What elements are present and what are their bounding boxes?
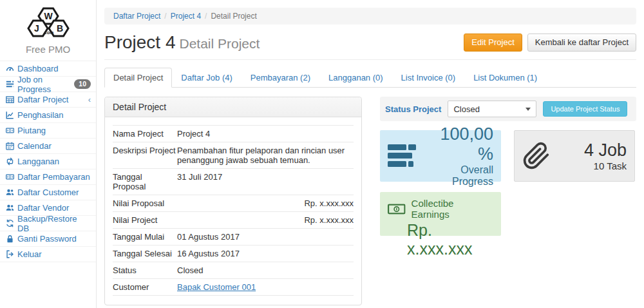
sidebar-item-ganti-password[interactable]: Ganti Password bbox=[0, 231, 96, 247]
status-project-label: Status Project bbox=[385, 104, 441, 114]
sidebar-item-label: Piutang bbox=[17, 126, 46, 135]
job-count-badge: 10 bbox=[74, 79, 91, 89]
table-row: Nilai Project Rp. x.xxx.xxx bbox=[113, 212, 354, 229]
sidebar-item-label: Dashboard bbox=[17, 64, 59, 73]
row-label: Nilai Proposal bbox=[113, 195, 177, 212]
table-icon bbox=[5, 95, 14, 104]
users-icon bbox=[5, 188, 14, 197]
row-label: Tanggal Proposal bbox=[113, 169, 177, 195]
sidebar-item-piutang[interactable]: Piutang bbox=[0, 123, 96, 139]
panel-title: Detail Project bbox=[105, 97, 361, 117]
table-row: Tanggal Proposal 31 Juli 2017 bbox=[113, 169, 354, 195]
sidebar-item-label: Backup/Restore DB bbox=[17, 214, 91, 233]
logo-letter-b: B bbox=[56, 23, 62, 34]
earnings-label: Collectibe Earnings bbox=[412, 198, 493, 220]
sidebar-item-daftar-pembayaran[interactable]: Daftar Pembayaran bbox=[0, 169, 96, 185]
sidebar-item-keluar[interactable]: Keluar bbox=[0, 247, 96, 262]
job-count: 4 Job bbox=[557, 140, 627, 160]
row-value: Penambahan fitur pelaporan dan rincian u… bbox=[177, 142, 354, 169]
line-chart-icon bbox=[5, 111, 14, 120]
sidebar-item-penghasilan[interactable]: Penghasilan bbox=[0, 108, 96, 123]
table-row: Nilai Proposal Rp. x.xxx.xxx bbox=[113, 195, 354, 212]
back-to-project-list-button[interactable]: Kembali ke daftar Project bbox=[527, 34, 636, 52]
header-actions: Edit Project Kembali ke daftar Project bbox=[464, 34, 636, 52]
sidebar-item-label: Daftar Vendor bbox=[17, 203, 69, 213]
overall-progress-card: 100,00 % Overall Progress bbox=[380, 130, 501, 182]
row-value: Rp. x.xxx.xxx bbox=[177, 195, 354, 212]
paperclip-icon bbox=[522, 142, 551, 170]
edit-project-button[interactable]: Edit Project bbox=[464, 34, 522, 52]
row-label: Status bbox=[113, 262, 177, 279]
right-column: Status Project Closed Update Project Sta… bbox=[380, 97, 636, 305]
lock-icon bbox=[5, 235, 14, 244]
breadcrumb-separator: / bbox=[201, 12, 211, 21]
row-label: Tanggal Mulai bbox=[113, 229, 177, 245]
tab-list-dokumen[interactable]: List Dokumen (1) bbox=[464, 68, 546, 88]
earnings-value: Rp. x.xxx.xxx bbox=[388, 221, 493, 258]
breadcrumb-link-daftar-project[interactable]: Daftar Project bbox=[113, 12, 160, 21]
row-value: Closed bbox=[177, 262, 354, 279]
tasks-stack-icon bbox=[388, 144, 416, 168]
sign-out-icon bbox=[5, 250, 14, 259]
table-row: Tanggal Selesai 16 Agustus 2017 bbox=[113, 245, 354, 262]
chevron-left-icon: ‹ bbox=[88, 96, 91, 104]
breadcrumb-link-project-4[interactable]: Project 4 bbox=[171, 12, 201, 21]
header-divider bbox=[104, 59, 636, 60]
update-project-status-button[interactable]: Update Project Status bbox=[543, 101, 627, 117]
sidebar-item-langganan[interactable]: Langganan bbox=[0, 154, 96, 169]
page-header: Project 4Detail Project Edit Project Kem… bbox=[104, 32, 636, 53]
status-select-value: Closed bbox=[453, 104, 479, 114]
jwb-hexagon-logo: W J B .com bbox=[18, 5, 79, 40]
brand-name: Free PMO bbox=[0, 44, 96, 55]
money-icon bbox=[5, 173, 14, 182]
dashboard-icon bbox=[5, 64, 14, 73]
row-label: Tanggal Selesai bbox=[113, 245, 177, 262]
sidebar-item-backup-restore-db[interactable]: Backup/Restore DB bbox=[0, 216, 96, 231]
sidebar-item-label: Langganan bbox=[17, 157, 59, 166]
tab-detail-project[interactable]: Detail Project bbox=[104, 68, 172, 88]
sidebar-item-label: Job on Progress bbox=[17, 75, 71, 94]
tab-langganan[interactable]: Langganan (0) bbox=[319, 68, 392, 88]
sidebar-item-label: Ganti Password bbox=[17, 234, 77, 244]
stats-row: 100,00 % Overall Progress 4 Job 10 Task bbox=[380, 130, 636, 182]
detail-project-panel: Detail Project Nama Project Project 4 De… bbox=[104, 97, 362, 305]
table-row: Deskripsi Project Penambahan fitur pelap… bbox=[113, 142, 354, 169]
panel-body: Nama Project Project 4 Deskripsi Project… bbox=[105, 117, 361, 305]
breadcrumb: Daftar Project/Project 4/Detail Project bbox=[104, 8, 636, 24]
row-value: Rp. x.xxx.xxx bbox=[177, 212, 354, 229]
sidebar-item-calendar[interactable]: Calendar bbox=[0, 139, 96, 154]
tab-list-invoice[interactable]: List Invoice (0) bbox=[392, 68, 465, 88]
main-content: Daftar Project/Project 4/Detail Project … bbox=[97, 0, 644, 308]
sidebar-item-daftar-project[interactable]: Daftar Project ‹ bbox=[0, 92, 96, 108]
sidebar-item-label: Penghasilan bbox=[17, 110, 64, 120]
table-row: Tanggal Mulai 01 Agustus 2017 bbox=[113, 229, 354, 245]
row-label: Customer bbox=[113, 279, 177, 296]
tab-pembayaran[interactable]: Pembayaran (2) bbox=[242, 68, 319, 88]
sidebar-item-label: Daftar Customer bbox=[17, 188, 79, 197]
money-icon bbox=[5, 126, 14, 135]
status-select[interactable]: Closed bbox=[448, 101, 536, 117]
logo-letter-j: J bbox=[34, 23, 39, 34]
sidebar-menu: Dashboard Job on Progress 10 Daftar Proj… bbox=[0, 61, 96, 262]
row-label: Deskripsi Project bbox=[113, 142, 177, 169]
project-name: Project 4 bbox=[104, 32, 176, 52]
tab-daftar-job[interactable]: Daftar Job (4) bbox=[172, 68, 241, 88]
collectible-earnings-card: Collectibe Earnings Rp. x.xxx.xxx bbox=[380, 192, 501, 236]
tab-bar: Detail Project Daftar Job (4) Pembayaran… bbox=[104, 68, 636, 88]
row-value: 31 Juli 2017 bbox=[177, 169, 354, 195]
refresh-icon bbox=[5, 219, 14, 228]
calendar-icon bbox=[5, 142, 14, 151]
table-row: Status Closed bbox=[113, 262, 354, 279]
caret-down-icon bbox=[526, 108, 531, 111]
retweet-icon bbox=[5, 157, 14, 166]
table-row: Nama Project Project 4 bbox=[113, 126, 354, 142]
progress-value: 100,00 % bbox=[422, 124, 493, 164]
table-row: Customer Bapak Customer 001 bbox=[113, 279, 354, 296]
tasks-icon bbox=[5, 80, 14, 89]
sidebar-item-daftar-customer[interactable]: Daftar Customer bbox=[0, 185, 96, 200]
customer-link[interactable]: Bapak Customer 001 bbox=[177, 282, 256, 292]
sidebar-item-job-on-progress[interactable]: Job on Progress 10 bbox=[0, 77, 96, 92]
row-label: Nilai Project bbox=[113, 212, 177, 229]
logo-suffix: .com bbox=[43, 30, 53, 35]
app-window: W J B .com Free PMO Dashboard Job on Pro… bbox=[0, 0, 644, 308]
